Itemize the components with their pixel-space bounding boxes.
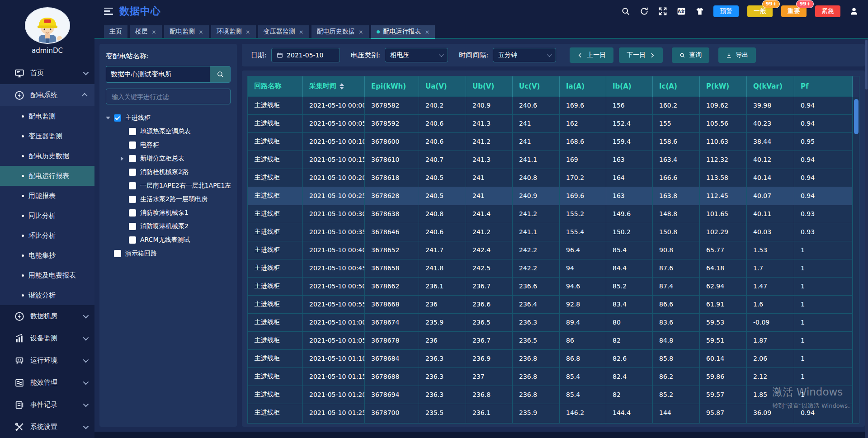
alert-button-预警[interactable]: 预警: [713, 5, 739, 17]
tree-node-主进线柜[interactable]: 主进线柜: [106, 111, 231, 125]
sort-icon[interactable]: [340, 83, 344, 89]
page-scrollbar[interactable]: [865, 39, 868, 438]
avatar[interactable]: [25, 7, 70, 44]
tree-checkbox[interactable]: [129, 223, 136, 230]
column-header-Uc(V)[interactable]: Uc(V): [513, 76, 560, 96]
sidebar-subitem-电能集抄[interactable]: 电能集抄: [0, 245, 94, 265]
tab-主页[interactable]: 主页: [104, 25, 127, 38]
tree-checkbox[interactable]: [114, 114, 121, 122]
column-header-Epi(kWh)[interactable]: Epi(kWh): [365, 76, 419, 96]
query-button[interactable]: 查询: [672, 47, 709, 63]
tab-配电监测[interactable]: 配电监测×: [164, 25, 209, 38]
tree-node-消防喷淋机械泵1[interactable]: 消防喷淋机械泵1: [106, 206, 231, 220]
table-vertical-scrollbar[interactable]: [853, 97, 859, 423]
table-row[interactable]: 主进线柜2021-05-10 00:053678592240.6241.3241…: [248, 114, 853, 132]
sidebar-item-系统设置[interactable]: 系统设置: [0, 416, 94, 438]
caret-down-icon[interactable]: [106, 117, 113, 119]
table-row[interactable]: 主进线柜2021-05-10 00:103678600240.6241.2241…: [248, 132, 853, 151]
table-row[interactable]: 主进线柜2021-05-10 01:103678684236.3236.9236…: [248, 349, 853, 367]
column-header-回路名称[interactable]: 回路名称: [248, 76, 303, 96]
sidebar-subitem-环比分析[interactable]: 环比分析: [0, 226, 94, 245]
tree-checkbox[interactable]: [114, 250, 121, 257]
tree-node-演示箱回路[interactable]: 演示箱回路: [106, 247, 231, 260]
column-header-P(kW)[interactable]: P(kW): [700, 76, 747, 96]
page-scrollbar-thumb[interactable]: [865, 40, 868, 89]
tab-close-icon[interactable]: ×: [359, 29, 363, 35]
tab-close-icon[interactable]: ×: [425, 29, 430, 35]
tab-变压器监测[interactable]: 变压器监测×: [258, 25, 309, 38]
tab-配电运行报表[interactable]: 配电运行报表×: [371, 25, 435, 38]
export-button[interactable]: 导出: [718, 47, 756, 63]
translate-icon[interactable]: A文: [676, 6, 686, 16]
tree-node-生活水泵2路一层弱电房[interactable]: 生活水泵2路一层弱电房: [106, 193, 231, 206]
column-header-Ua(V)[interactable]: Ua(V): [419, 76, 466, 96]
tree-node-消防栓机械泵2路[interactable]: 消防栓机械泵2路: [106, 165, 231, 179]
table-row[interactable]: 主进线柜2021-05-10 00:003678582240.2240.9240…: [248, 96, 853, 114]
tree-node-地源热泵空调总表[interactable]: 地源热泵空调总表: [106, 125, 231, 138]
sidebar-item-首页[interactable]: 首页: [0, 62, 94, 84]
interval-select[interactable]: 五分钟: [493, 48, 556, 62]
voltage-select[interactable]: 相电压: [385, 48, 448, 62]
next-day-button[interactable]: 下一日: [619, 47, 663, 63]
sidebar-subitem-配电历史数据[interactable]: 配电历史数据: [0, 146, 94, 166]
tab-close-icon[interactable]: ×: [151, 29, 156, 35]
tree-node-一层南1APE2右一层北1APE1左[interactable]: 一层南1APE2右一层北1APE1左: [106, 179, 231, 193]
prev-day-button[interactable]: 上一日: [570, 47, 613, 63]
tree-checkbox[interactable]: [129, 196, 136, 203]
tree-checkbox[interactable]: [129, 141, 136, 149]
tree-checkbox[interactable]: [129, 128, 136, 135]
table-row[interactable]: 主进线柜2021-05-10 00:153678610240.7241.3241…: [248, 151, 853, 169]
search-icon[interactable]: [621, 6, 631, 16]
theme-icon[interactable]: [695, 6, 705, 16]
sidebar-subitem-用能及电费报表[interactable]: 用能及电费报表: [0, 265, 94, 285]
table-row[interactable]: 主进线柜2021-05-10 01:203678694236.3236.8236…: [248, 386, 853, 404]
table-row[interactable]: 主进线柜2021-05-10 00:203678618240.5241240.8…: [248, 169, 853, 187]
table-row[interactable]: 主进线柜2021-05-10 01:053678678236236.7236.5…: [248, 331, 853, 349]
tree-checkbox[interactable]: [129, 169, 136, 176]
table-row[interactable]: 主进线柜2021-05-10 01:153678688236.3237236.8…: [248, 367, 853, 386]
table-row[interactable]: 主进线柜2021-05-10 01:253678700235.5236.1235…: [248, 404, 853, 422]
refresh-icon[interactable]: [639, 6, 649, 16]
user-icon[interactable]: [849, 6, 859, 16]
tree-checkbox[interactable]: [129, 209, 136, 217]
sidebar-subitem-变压器监测[interactable]: 变压器监测: [0, 126, 94, 146]
tree-checkbox[interactable]: [129, 236, 136, 244]
tab-环境监测[interactable]: 环境监测×: [211, 25, 256, 38]
sidebar-subitem-同比分析[interactable]: 同比分析: [0, 206, 94, 226]
table-row[interactable]: 主进线柜2021-05-10 00:503678662236.1236.7236…: [248, 277, 853, 295]
table-row[interactable]: 主进线柜2021-05-10 00:353678646240.6241.2241…: [248, 223, 853, 241]
tree-filter-input[interactable]: [106, 89, 231, 104]
sidebar-subitem-谐波分析[interactable]: 谐波分析: [0, 285, 94, 305]
alert-button-重要[interactable]: 重要99+: [781, 5, 807, 17]
sidebar-item-设备监测[interactable]: 设备监测: [0, 327, 94, 349]
tab-close-icon[interactable]: ×: [198, 29, 203, 35]
alert-button-紧急[interactable]: 紧急: [815, 5, 840, 17]
station-search-button[interactable]: [210, 66, 231, 83]
column-header-Ia(A)[interactable]: Ia(A): [560, 76, 606, 96]
sidebar-subitem-配电运行报表[interactable]: 配电运行报表: [0, 166, 94, 186]
sidebar-subitem-配电监测[interactable]: 配电监测: [0, 106, 94, 126]
tree-node-新增分立柜总表[interactable]: 新增分立柜总表: [106, 152, 231, 165]
scrollbar-thumb[interactable]: [854, 99, 859, 134]
tab-close-icon[interactable]: ×: [299, 29, 304, 35]
tree-checkbox[interactable]: [129, 182, 136, 189]
tab-楼层[interactable]: 楼层×: [130, 25, 162, 38]
table-row[interactable]: 主进线柜2021-05-10 00:253678628240.5241240.9…: [248, 187, 853, 205]
column-header-采集时间[interactable]: 采集时间: [303, 76, 365, 96]
table-row[interactable]: 主进线柜2021-05-10 01:003678674235.9236.5236…: [248, 313, 853, 331]
sidebar-item-配电系统[interactable]: 配电系统: [0, 84, 94, 106]
fullscreen-icon[interactable]: [658, 6, 668, 16]
sidebar-item-能效管理[interactable]: 能效管理: [0, 372, 94, 394]
column-header-Pf[interactable]: Pf: [794, 76, 853, 96]
alert-button-一般[interactable]: 一般99+: [747, 5, 773, 17]
sidebar-item-数据机房[interactable]: 数据机房: [0, 305, 94, 327]
tree-checkbox[interactable]: [129, 155, 136, 162]
tab-配电历史数据[interactable]: 配电历史数据×: [311, 25, 369, 38]
station-input[interactable]: [106, 66, 210, 83]
column-header-Ib(A)[interactable]: Ib(A): [606, 76, 653, 96]
column-header-Ic(A)[interactable]: Ic(A): [653, 76, 700, 96]
table-row[interactable]: 主进线柜2021-05-10 00:303678638240.8241.4241…: [248, 205, 853, 223]
tree-node-电容柜[interactable]: 电容柜: [106, 138, 231, 152]
table-row[interactable]: 主进线柜2021-05-10 00:453678658241.8242.5242…: [248, 259, 853, 277]
table-row[interactable]: 主进线柜2021-05-10 00:403678652241.7242.4242…: [248, 241, 853, 259]
